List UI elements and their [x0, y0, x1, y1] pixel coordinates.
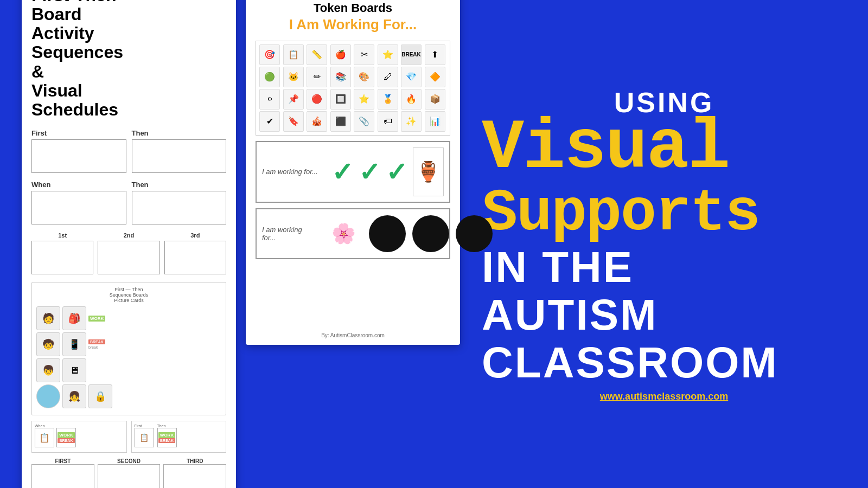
- first-sec-box: [31, 464, 94, 488]
- token-13: 🎨: [354, 67, 374, 87]
- black-circle-2: [412, 215, 449, 252]
- token-28: ⬛: [330, 111, 351, 132]
- token-22: 🏅: [378, 89, 398, 110]
- third-sec-box: [163, 464, 226, 488]
- token-19: 🔴: [307, 89, 327, 110]
- when-box: [31, 191, 126, 224]
- right-text-section: USING Visual Supports IN THE AUTISM CLAS…: [460, 70, 868, 419]
- pic-cell-person3: 👦: [36, 358, 60, 382]
- pic-cell-work2: 📱: [62, 332, 86, 356]
- token-3: 📏: [307, 44, 327, 65]
- token-2: 📋: [283, 44, 304, 65]
- token-29: 📎: [354, 111, 374, 132]
- mini-when-row: 📋 WORK BREAK: [35, 428, 124, 447]
- token-9: 🟢: [259, 67, 280, 87]
- pic-cell-person1: 🧑: [36, 306, 60, 330]
- pic-cell-work1: 🎒: [62, 306, 86, 330]
- classroom-label: CLASSROOM: [482, 339, 778, 387]
- mini-schedules: When 📋 WORK BREAK First 📋: [31, 421, 226, 453]
- pic-row-4: 👧 🔒: [36, 384, 221, 408]
- token-25: ✔: [259, 111, 280, 132]
- visual-label: Visual: [482, 113, 729, 184]
- second-sec-box: [98, 464, 161, 488]
- token-18: 📌: [283, 89, 304, 110]
- token-32: 📊: [425, 111, 445, 132]
- mini-first-panel: First 📋 Then WORK BREAK: [131, 421, 227, 453]
- check-working-label: I am working for...: [262, 168, 327, 176]
- black-circle-3: [456, 215, 493, 252]
- pic-row-1: 🧑 🎒 WORK: [36, 306, 221, 330]
- token-17: ⚙: [259, 89, 280, 110]
- token-14: 🖊: [378, 67, 398, 87]
- token-10: 🐱: [283, 67, 304, 87]
- black-circle-1: [369, 215, 406, 252]
- then2-box: [132, 191, 227, 224]
- pic-cell-circle: [36, 384, 60, 408]
- circles-row: 🌸: [324, 215, 493, 253]
- in-the-label: IN THE: [482, 243, 634, 291]
- token-11: ✏: [307, 67, 327, 87]
- checkmark-2: ✓: [359, 157, 380, 187]
- panel-title: First-Then Board Activity Sequences & Vi…: [31, 0, 226, 119]
- token-15: 💎: [401, 67, 422, 87]
- first-col: First: [31, 129, 126, 173]
- seq-2-col: 2nd: [98, 232, 159, 274]
- website-label: www.autismclassroom.com: [600, 391, 728, 402]
- pic-row-2: 🧒 📱 BREAK break: [36, 332, 221, 356]
- first-then-panel: First-Then Board Activity Sequences & Vi…: [22, 0, 236, 488]
- pic-cell-person2: 🧒: [36, 332, 60, 356]
- circles-section: I am working for... 🌸: [256, 208, 450, 259]
- reward-icon: 🏺: [416, 160, 441, 183]
- check-section: I am working for... ✓ ✓ ✓ 🏺: [256, 141, 450, 203]
- token-21: ⭐: [354, 89, 374, 110]
- reward-image-box: 🏺: [413, 147, 444, 196]
- seq-1-col: 1st: [31, 232, 93, 274]
- mini-when-panel: When 📋 WORK BREAK: [31, 421, 127, 453]
- token-20: 🔲: [330, 89, 351, 110]
- checkmark-1: ✓: [331, 157, 353, 187]
- working-for-label: I Am Working For...: [256, 16, 450, 33]
- token-icon-grid: 🎯 📋 📏 🍎 ✂ ⭐ BREAK ⬆ 🟢 🐱 ✏ 📚 🎨 🖊 💎 🔶 ⚙ 📌 …: [256, 41, 450, 136]
- when-then-row: When Then: [31, 181, 226, 224]
- picture-cards-area: First — ThenSequence BoardsPicture Cards…: [31, 282, 226, 415]
- token-16: 🔶: [425, 67, 445, 87]
- pic-cell-work3: 🖥: [62, 358, 86, 382]
- token-24: 📦: [425, 89, 445, 110]
- checkmark-3: ✓: [386, 157, 407, 187]
- sequence-row: 1st 2nd 3rd: [31, 232, 226, 274]
- token-12: 📚: [330, 67, 351, 87]
- token-panel-footer: By: AutismClassroom.com: [246, 332, 460, 338]
- circles-reward-icon: 🌸: [324, 215, 362, 253]
- checkmarks-row: ✓ ✓ ✓: [331, 157, 407, 187]
- token-23: 🔥: [401, 89, 422, 110]
- token-8: ⬆: [425, 44, 445, 65]
- then2-col: Then: [132, 181, 227, 224]
- seq-1-box: [31, 241, 93, 274]
- seq-3-col: 3rd: [164, 232, 226, 274]
- token-7: BREAK: [401, 44, 422, 65]
- token-5: ✂: [354, 44, 374, 65]
- token-27: 🎪: [307, 111, 327, 132]
- then-col: Then: [132, 129, 227, 173]
- first-box: [31, 139, 126, 173]
- when-col: When: [31, 181, 126, 224]
- then-box: [132, 139, 227, 173]
- pic-cell-person4: 👧: [62, 384, 86, 408]
- first-then-row: First Then: [31, 129, 226, 173]
- autism-label: AUTISM: [482, 291, 658, 339]
- token-1: 🎯: [259, 44, 280, 65]
- token-31: ✨: [401, 111, 422, 132]
- pic-row-3: 👦 🖥: [36, 358, 221, 382]
- left-panels-container: First-Then Board Activity Sequences & Vi…: [22, 0, 460, 488]
- token-30: 🏷: [378, 111, 398, 132]
- first-second-third-row: FIRST SECOND THIRD: [31, 458, 226, 488]
- seq-3-box: [164, 241, 226, 274]
- token-6: ⭐: [378, 44, 398, 65]
- token-4: 🍎: [330, 44, 351, 65]
- mini-then-box: WORK BREAK: [56, 428, 76, 447]
- token-26: 🔖: [283, 111, 304, 132]
- circles-working-label: I am working for...: [262, 226, 316, 242]
- supports-label: Supports: [482, 184, 760, 243]
- mini-when-box: 📋: [35, 428, 54, 447]
- token-subtitle-boards: Token Boards: [256, 1, 450, 15]
